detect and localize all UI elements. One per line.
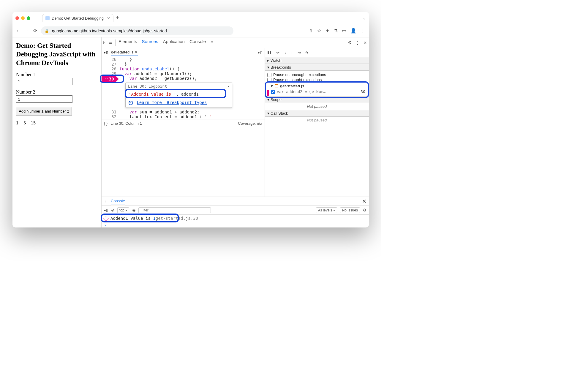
line-number[interactable]: 26: [102, 57, 119, 62]
address-bar: ← → ⟳ 🔒 googlechrome.github.io/devtools-…: [12, 24, 369, 37]
result-text: 1 + 5 = 15: [16, 120, 98, 126]
tab-console[interactable]: Console: [189, 39, 206, 46]
log-levels[interactable]: All levels ▾: [316, 207, 337, 213]
chevron-down-icon[interactable]: ▾: [227, 84, 230, 88]
console-filter-input[interactable]: [138, 207, 211, 213]
browser-tab[interactable]: Demo: Get Started Debugging ✕: [42, 14, 113, 22]
menu-icon[interactable]: ⋮: [361, 28, 365, 34]
code-editor[interactable]: 26 } 27 } 28function updateLabel() { 29 …: [102, 57, 265, 119]
section-breakpoints[interactable]: ▾ Breakpoints: [265, 64, 369, 71]
close-tab-icon[interactable]: ✕: [107, 16, 110, 20]
run-snippet-icon[interactable]: ▸▯: [258, 50, 262, 55]
console-sidebar-icon[interactable]: ▸▯: [104, 208, 108, 212]
logpoint-line-label: Line 30:: [128, 84, 147, 88]
new-tab-button[interactable]: +: [116, 15, 119, 21]
logpoint-expression[interactable]: 'Addend1 value is ', addend1: [126, 90, 232, 98]
context-selector[interactable]: top ▾: [117, 207, 129, 213]
labs-icon[interactable]: ⚗: [334, 28, 338, 34]
close-file-icon[interactable]: ✕: [135, 50, 138, 54]
cursor-position: Line 30, Column 1: [110, 121, 142, 126]
page-title: Demo: Get Started Debugging JavaScript w…: [16, 42, 98, 67]
profile-icon[interactable]: 👤: [350, 28, 356, 34]
logpoint-editor[interactable]: Line 30: Logpoint ▾ 'Addend1 value is ',…: [125, 83, 232, 108]
close-icon[interactable]: [15, 16, 19, 20]
live-expression-icon[interactable]: ◉: [132, 208, 135, 212]
file-tab-label: get-started.js: [111, 50, 133, 54]
forward-icon[interactable]: →: [25, 28, 30, 34]
url-field[interactable]: 🔒 googlechrome.github.io/devtools-sample…: [41, 26, 233, 35]
console-settings-icon[interactable]: ⚙: [363, 208, 366, 212]
inspect-icon[interactable]: ⟀: [103, 40, 106, 45]
pause-icon[interactable]: ▮▮: [267, 50, 271, 55]
section-watch[interactable]: ▸ Watch: [265, 57, 369, 64]
devtools-panel: ⟀ ▭ Elements Sources Application Console…: [102, 37, 369, 227]
tabs-menu-icon[interactable]: ⌄: [362, 16, 366, 20]
tab-elements[interactable]: Elements: [118, 39, 137, 46]
kebab-icon[interactable]: ⋮: [355, 40, 360, 45]
number1-input[interactable]: [16, 78, 72, 85]
number2-label: Number 2: [16, 89, 98, 95]
share-icon[interactable]: ⇪: [309, 28, 313, 34]
more-tabs-icon[interactable]: »: [211, 39, 213, 46]
step-icon[interactable]: ⇥: [298, 50, 301, 55]
section-scope[interactable]: ▾ Scope: [265, 96, 369, 103]
back-icon[interactable]: ←: [16, 28, 21, 34]
file-icon: [275, 84, 278, 88]
file-tab[interactable]: get-started.js ✕: [111, 50, 138, 56]
star-icon[interactable]: ☆: [317, 28, 321, 34]
console-message-text: Addend1 value is: [110, 216, 151, 221]
section-callstack[interactable]: ▾ Call Stack: [265, 110, 369, 117]
tab-application[interactable]: Application: [163, 39, 185, 46]
deactivate-bp-icon[interactable]: ⁄●: [306, 50, 309, 55]
pause-uncaught-checkbox[interactable]: Pause on uncaught exceptions: [267, 72, 366, 77]
tab-title: Demo: Get Started Debugging: [52, 16, 104, 20]
breakpoint-indicator-icon: [267, 90, 269, 96]
logpoint-type[interactable]: Logpoint: [148, 84, 167, 88]
gear-icon[interactable]: ⚙: [348, 40, 352, 45]
reload-icon[interactable]: ⟳: [33, 28, 37, 34]
lock-icon: 🔒: [45, 29, 49, 33]
pause-caught-checkbox[interactable]: Pause on caught exceptions: [267, 78, 366, 82]
tab-sources[interactable]: Sources: [142, 39, 158, 46]
line-number[interactable]: 31: [102, 110, 119, 114]
device-toolbar-icon[interactable]: ▭: [109, 40, 112, 45]
window-controls: [15, 16, 30, 20]
breakpoint-file[interactable]: ▾ get-started.js: [271, 84, 365, 88]
extensions-icon[interactable]: ✦: [325, 28, 329, 34]
arrow-circle-icon: [129, 101, 133, 105]
maximize-icon[interactable]: [27, 16, 30, 20]
console-menu-icon[interactable]: ⋮: [104, 199, 108, 203]
step-over-icon[interactable]: ⤼: [276, 50, 279, 55]
line-number[interactable]: 29: [102, 71, 119, 76]
number1-label: Number 1: [16, 72, 98, 77]
editor-status-bar: { } Line 30, Column 1 Coverage: n/a: [102, 119, 265, 127]
console-prompt[interactable]: ›: [102, 223, 369, 227]
favicon-icon: [45, 16, 50, 20]
learn-more-link[interactable]: Learn more: Breakpoint Types: [137, 100, 207, 105]
navigator-toggle-icon[interactable]: ▸▯: [104, 50, 108, 55]
add-button[interactable]: Add Number 1 and Number 2: [16, 107, 72, 116]
callstack-status: Not paused: [265, 117, 369, 124]
breakpoint-item[interactable]: var addend2 = getNum… 30: [271, 89, 365, 94]
console-log-row: Addend1 value is 1 get-started.js:30: [102, 215, 369, 222]
issues-button[interactable]: No Issues: [340, 207, 360, 213]
clear-console-icon[interactable]: ⊘: [111, 208, 114, 212]
tab-strip: Demo: Get Started Debugging ✕ + ⌄: [12, 12, 369, 24]
line-number[interactable]: 27: [102, 62, 119, 67]
line-number[interactable]: 32: [102, 114, 119, 119]
devtools-toolbar: ⟀ ▭ Elements Sources Application Console…: [102, 37, 369, 48]
debugger-sidebar: ▮▮ ⤼ ↓ ↑ ⇥ ⁄● ▸ Watch ▾ Breakpoints Paus…: [265, 48, 369, 197]
format-icon[interactable]: { }: [104, 121, 108, 126]
minimize-icon[interactable]: [21, 16, 25, 20]
reading-list-icon[interactable]: ▭: [342, 28, 346, 34]
number2-input[interactable]: [16, 95, 72, 103]
console-source-link[interactable]: get-started.js:30: [156, 216, 366, 221]
url-text: googlechrome.github.io/devtools-samples/…: [52, 29, 167, 33]
step-out-icon[interactable]: ↑: [291, 50, 293, 55]
close-devtools-icon[interactable]: ✕: [363, 40, 367, 45]
logpoint-marker[interactable]: ·· 30: [102, 76, 116, 82]
step-into-icon[interactable]: ↓: [284, 50, 286, 55]
line-number[interactable]: 28: [102, 67, 119, 71]
close-drawer-icon[interactable]: ✕: [362, 198, 366, 205]
console-tab[interactable]: Console: [111, 199, 125, 205]
